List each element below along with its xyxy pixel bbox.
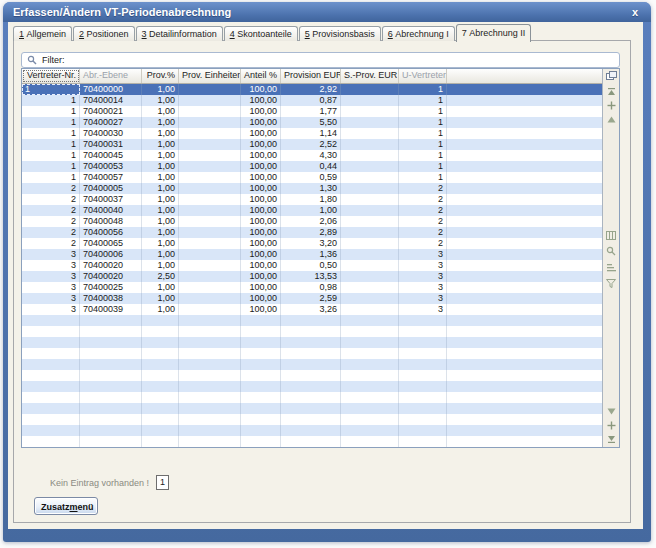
tab-positionen[interactable]: 2 Positionen <box>73 26 135 41</box>
table-row[interactable]: 2704000371,00100,001,802 <box>22 194 603 205</box>
cell-filler <box>447 337 603 348</box>
table-row[interactable]: 2704000401,00100,001,002 <box>22 205 603 216</box>
table-row[interactable]: 3704000391,00100,003,263 <box>22 304 603 315</box>
scroll-top-icon[interactable] <box>605 85 617 97</box>
cell-anteil_pct: 100,00 <box>241 194 281 205</box>
cell-s_prov_eur <box>341 194 399 205</box>
cell-u_vertreter: 1 <box>399 84 447 95</box>
cell-prov_pct: 1,00 <box>142 216 179 227</box>
table-row-empty[interactable] <box>22 447 603 448</box>
table-row[interactable]: 1704000211,00100,001,771 <box>22 106 603 117</box>
table-row[interactable]: 3704000202,50100,0013,533 <box>22 271 603 282</box>
tab-allgemein[interactable]: 1 Allgemein <box>13 26 72 41</box>
sort-icon[interactable] <box>605 261 617 273</box>
table-row[interactable]: 1704000271,00100,005,501 <box>22 117 603 128</box>
tab-abrechnung-ii[interactable]: 7 Abrechnung II <box>456 24 532 42</box>
table-row[interactable]: 3704000381,00100,002,593 <box>22 293 603 304</box>
table-row[interactable]: 1704000001,00100,002,921 <box>22 84 603 95</box>
table-row-empty[interactable] <box>22 436 603 447</box>
tab-provisionsbasis[interactable]: 5 Provisionsbasis <box>299 26 381 41</box>
scroll-page-down-icon[interactable] <box>605 405 617 417</box>
table-row-empty[interactable] <box>22 348 603 359</box>
table-row-empty[interactable] <box>22 381 603 392</box>
cell-prov_einheiten <box>179 139 241 150</box>
tab-skontoanteile[interactable]: 4 Skontoanteile <box>224 26 298 41</box>
cell-filler <box>447 249 603 260</box>
cell-s_prov_eur <box>341 238 399 249</box>
column-header-provision_eur[interactable]: Provision EUR <box>281 69 341 83</box>
zusatzmenu-button[interactable]: Zusatzmenü <box>34 497 98 515</box>
column-header-abr_ebene[interactable]: Abr.-Ebene <box>80 69 142 83</box>
table-row[interactable]: 2704000651,00100,003,202 <box>22 238 603 249</box>
cell-vertreter: 3 <box>22 293 80 304</box>
search-row-icon[interactable] <box>605 245 617 257</box>
table-row-empty[interactable] <box>22 414 603 425</box>
table-row-empty[interactable] <box>22 403 603 414</box>
view-mode-icon[interactable] <box>605 229 617 241</box>
tab-abrechnung-i[interactable]: 6 Abrechnung I <box>382 26 455 41</box>
table-row-empty[interactable] <box>22 370 603 381</box>
table-row[interactable]: 3704000251,00100,000,983 <box>22 282 603 293</box>
cell-prov_einheiten <box>179 326 241 337</box>
cell-provision_eur: 2,59 <box>281 293 341 304</box>
cell-provision_eur <box>281 436 341 447</box>
filter-bar[interactable]: Filter: <box>21 52 620 68</box>
page-indicator: 1 <box>156 475 169 490</box>
table-row[interactable]: 2704000561,00100,002,892 <box>22 227 603 238</box>
cell-prov_einheiten <box>179 359 241 370</box>
table-row-empty[interactable] <box>22 359 603 370</box>
table-row[interactable]: 1704000311,00100,002,521 <box>22 139 603 150</box>
cell-abr_ebene: 70400014 <box>80 95 142 106</box>
cell-filler <box>447 348 603 359</box>
cell-prov_einheiten <box>179 238 241 249</box>
cell-prov_pct: 1,00 <box>142 161 179 172</box>
table-row[interactable]: 1704000141,00100,000,871 <box>22 95 603 106</box>
remove-row-icon[interactable] <box>605 419 617 431</box>
column-header-prov_einheiten[interactable]: Prov. Einheiten <box>179 69 241 83</box>
column-header-prov_pct[interactable]: Prov.% <box>142 69 179 83</box>
tab-detailinformation[interactable]: 3 Detailinformation <box>136 26 223 41</box>
table-row-empty[interactable] <box>22 326 603 337</box>
close-icon[interactable]: x <box>629 7 641 18</box>
cell-prov_einheiten <box>179 425 241 436</box>
cell-provision_eur: 0,87 <box>281 95 341 106</box>
cell-u_vertreter: 1 <box>399 95 447 106</box>
dialog-window: Erfassen/Ändern VT-Periodenabrechnung x … <box>3 2 651 542</box>
table-row[interactable]: 1704000301,00100,001,141 <box>22 128 603 139</box>
column-chooser-icon[interactable] <box>605 70 617 82</box>
table-row[interactable]: 2704000481,00100,002,062 <box>22 216 603 227</box>
cell-provision_eur: 4,30 <box>281 150 341 161</box>
cell-anteil_pct: 100,00 <box>241 161 281 172</box>
column-header-vertreter[interactable]: Vertreter-Nr. <box>22 69 80 83</box>
table-row[interactable]: 1704000451,00100,004,301 <box>22 150 603 161</box>
column-header-u_vertreter[interactable]: U-Vertreter <box>399 69 447 83</box>
cell-prov_einheiten <box>179 117 241 128</box>
cell-anteil_pct: 100,00 <box>241 260 281 271</box>
table-row[interactable]: 3704000201,00100,000,503 <box>22 260 603 271</box>
table-row-empty[interactable] <box>22 392 603 403</box>
scroll-page-up-icon[interactable] <box>605 113 617 125</box>
cell-filler <box>447 359 603 370</box>
cell-s_prov_eur <box>341 227 399 238</box>
table-row[interactable]: 3704000061,00100,001,363 <box>22 249 603 260</box>
table-row-empty[interactable] <box>22 315 603 326</box>
title-bar: Erfassen/Ändern VT-Periodenabrechnung x <box>3 2 651 22</box>
table-row[interactable]: 2704000051,00100,001,302 <box>22 183 603 194</box>
cell-abr_ebene <box>80 326 142 337</box>
table-row[interactable]: 1704000531,00100,000,441 <box>22 161 603 172</box>
cell-prov_pct <box>142 414 179 425</box>
table-row[interactable]: 1704000571,00100,000,591 <box>22 172 603 183</box>
cell-filler <box>447 414 603 425</box>
column-header-filler <box>447 69 603 83</box>
add-row-icon[interactable] <box>605 99 617 111</box>
cell-anteil_pct: 100,00 <box>241 128 281 139</box>
table-row-empty[interactable] <box>22 337 603 348</box>
cell-prov_einheiten <box>179 392 241 403</box>
filter-funnel-icon[interactable] <box>605 277 617 289</box>
cell-u_vertreter: 1 <box>399 139 447 150</box>
column-header-anteil_pct[interactable]: Anteil % <box>241 69 281 83</box>
column-header-s_prov_eur[interactable]: S.-Prov. EUR <box>341 69 399 83</box>
scroll-bottom-icon[interactable] <box>605 433 617 445</box>
table-row-empty[interactable] <box>22 425 603 436</box>
cell-abr_ebene <box>80 337 142 348</box>
